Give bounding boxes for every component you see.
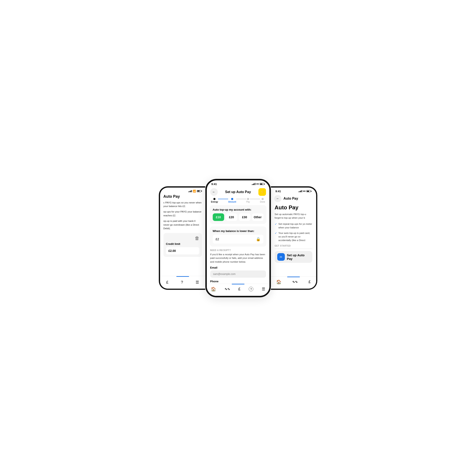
battery-icon	[197, 190, 202, 192]
status-bar: 9:41 ▾▾	[271, 187, 316, 194]
wifi-icon: ▾▾	[303, 190, 306, 193]
nav-home-icon[interactable]: 🏠	[211, 287, 216, 292]
receipt-section: NEED A RECEIPT? If you'd like a receipt …	[210, 249, 266, 283]
step-energy: Energy	[211, 198, 218, 203]
nav-payments-icon[interactable]: £	[166, 280, 168, 285]
center-body: Auto top-up my account with: £10 £20 £30…	[207, 204, 269, 296]
nav-home-icon[interactable]: 🏠	[276, 279, 281, 284]
amount-other-button[interactable]: Other	[252, 213, 263, 221]
right-nav-bar: ← Auto Pay	[271, 194, 316, 203]
nav-bar: ← Set up Auto Pay ⚡	[207, 187, 269, 197]
amount-10-button[interactable]: £10	[213, 213, 224, 221]
battery-icon	[306, 190, 311, 192]
nav-activity-icon[interactable]: ∿∿	[292, 280, 298, 284]
signal-icon	[252, 183, 255, 185]
balance-card: When my balance is lower than: £2 🔒	[210, 226, 266, 247]
step-dot-amount	[231, 198, 233, 200]
setup-btn-label: Set up Auto Pay	[287, 253, 310, 260]
step-label-amount: Amount	[228, 201, 236, 203]
divider	[275, 249, 312, 249]
status-bar: 📶	[160, 187, 205, 193]
step-line-3	[250, 199, 260, 199]
balance-row: £2 🔒	[213, 235, 263, 244]
nav-help-icon[interactable]: ?	[181, 280, 183, 285]
step-line-2	[236, 199, 246, 199]
center-phone: 9:41 ▾▾ ← Set up Auto Pay ⚡ Energy	[205, 179, 271, 297]
get-started-label: GET STARTED	[275, 245, 312, 247]
phone-label: Phone	[210, 280, 266, 283]
infinity-icon: ∞	[277, 253, 285, 261]
step-line-1	[218, 199, 228, 199]
auto-pay-desc: Set up automatic PAYG top-u forget to to…	[275, 213, 312, 220]
right-phone: 9:41 ▾▾ ← Auto Pay Auto Pay Set up autom…	[271, 186, 317, 290]
nav-indicator	[176, 276, 189, 277]
topup-card: Auto top-up my account with: £10 £20 £30…	[210, 205, 266, 224]
nav-menu-icon[interactable]: ☰	[196, 280, 199, 285]
receipt-desc: If you'd like a receipt when your Auto P…	[210, 253, 266, 264]
auto-pay-title: Auto Pay	[275, 204, 312, 211]
step-dot-energy	[213, 198, 216, 200]
step-label-pay: Pay	[246, 201, 250, 203]
nav-menu-icon[interactable]: ☰	[262, 287, 265, 291]
step-dot-done	[262, 198, 264, 200]
wifi-icon: 📶	[193, 190, 196, 193]
check-item-2: ✓ Your auto top-up is paid card, so you'…	[275, 231, 312, 242]
step-pay: Pay	[246, 198, 250, 203]
right-bottom-nav: 🏠 ∿∿ £	[271, 276, 316, 289]
nav-indicator	[287, 277, 300, 277]
balance-value: £2	[216, 237, 219, 241]
nav-activity-icon[interactable]: ∿∿	[224, 287, 230, 291]
time-display: 9:41	[275, 190, 281, 193]
back-button[interactable]: ←	[210, 188, 218, 196]
bottom-nav: 🏠 ∿∿ £ ? ☰	[207, 284, 269, 296]
wifi-icon: ▾▾	[256, 183, 259, 186]
lock-icon: 🔒	[256, 237, 260, 241]
signal-icon	[188, 190, 192, 192]
balance-title: When my balance is lower than:	[213, 229, 263, 233]
left-phone: 📶 Auto Pay c PAYG top-ups so you never w…	[159, 186, 205, 290]
step-label-done: Done	[260, 201, 265, 203]
amount-30-button[interactable]: £30	[239, 213, 250, 221]
battery-icon	[260, 183, 265, 185]
checkmark-2: ✓	[275, 232, 277, 235]
lightning-button[interactable]: ⚡	[258, 188, 266, 196]
status-bar: 9:41 ▾▾	[207, 180, 269, 187]
left-text-2: op-ups for your PAYG your balance reache…	[163, 210, 202, 218]
left-text-3: op-up is paid with your bank ll never go…	[163, 219, 202, 231]
topup-title: Auto top-up my account with:	[213, 208, 263, 211]
nav-indicator	[232, 284, 244, 284]
progress-row: Energy Amount Pay Done	[207, 197, 269, 204]
credit-limit-label: Credit limit	[166, 242, 199, 245]
left-text-1: c PAYG top-ups so you never when your ba…	[163, 201, 202, 208]
receipt-heading: NEED A RECEIPT?	[210, 249, 266, 252]
amount-20-button[interactable]: £20	[226, 213, 237, 221]
check-list: ✓ Set repeat top-ups for yo meter when y…	[275, 222, 312, 242]
lightning-icon: ⚡	[260, 190, 265, 194]
step-dot-pay	[247, 198, 249, 200]
email-input[interactable]	[210, 271, 266, 278]
signal-icon	[299, 190, 302, 192]
back-button[interactable]: ←	[274, 195, 281, 202]
credit-limit-value: £2.00	[166, 247, 199, 255]
setup-auto-pay-button[interactable]: ∞ Set up Auto Pay	[275, 251, 312, 263]
nav-title: Set up Auto Pay	[225, 190, 251, 194]
trash-icon[interactable]: 🗑	[166, 236, 199, 241]
left-body: c PAYG top-ups so you never when your ba…	[160, 199, 205, 276]
amount-options: £10 £20 £30 Other	[213, 213, 263, 221]
bottom-nav: £ ? ☰	[160, 276, 205, 289]
step-amount: Amount	[228, 198, 236, 203]
check-text-2: Your auto top-up is paid card, so you'll…	[278, 231, 312, 242]
right-body: Auto Pay Set up automatic PAYG top-u for…	[271, 203, 316, 276]
nav-help-icon[interactable]: ?	[249, 287, 253, 291]
nav-payments-icon[interactable]: £	[238, 287, 240, 291]
nav-payments-icon[interactable]: £	[308, 280, 311, 284]
page-title: Auto Pay	[160, 193, 205, 199]
email-label: Email	[210, 266, 266, 269]
right-nav-title: Auto Pay	[284, 197, 298, 201]
credit-card: 🗑 Credit limit £2.00	[163, 233, 202, 257]
check-item-1: ✓ Set repeat top-ups for yo meter when y…	[275, 222, 312, 230]
time-display: 9:41	[211, 183, 217, 186]
check-text-1: Set repeat top-ups for yo meter when you…	[278, 222, 312, 230]
checkmark-1: ✓	[275, 222, 277, 226]
step-done: Done	[260, 198, 265, 203]
